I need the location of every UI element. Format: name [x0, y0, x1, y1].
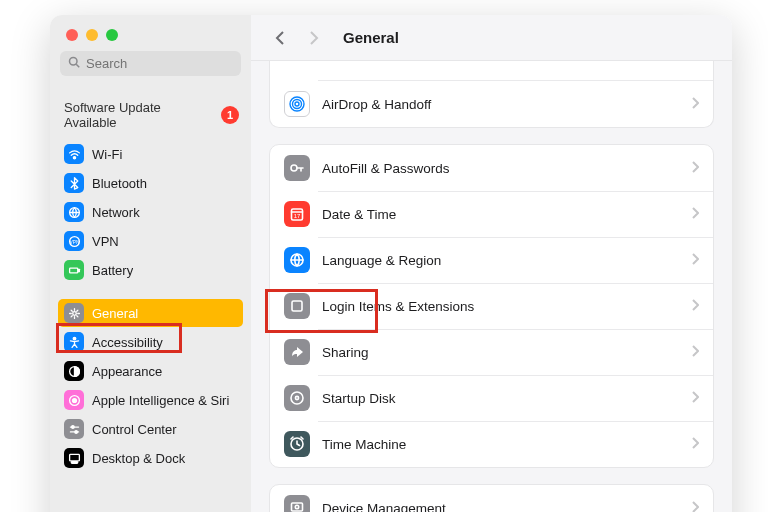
svg-point-22: [291, 165, 297, 171]
share-icon: [284, 339, 310, 365]
svg-point-29: [295, 396, 298, 399]
sidebar-item-control-center[interactable]: Control Center: [58, 415, 243, 443]
row-autofill-passwords[interactable]: AutoFill & Passwords: [270, 145, 713, 191]
settings-group: AutoFill & Passwords17Date & TimeLanguag…: [269, 144, 714, 468]
row-sharing[interactable]: Sharing: [270, 329, 713, 375]
topbar: General: [251, 15, 732, 61]
access-icon: [64, 332, 84, 352]
svg-point-16: [74, 430, 77, 433]
airdrop-icon: [284, 91, 310, 117]
chevron-right-icon: [691, 345, 699, 360]
traffic-lights: [50, 15, 251, 51]
sidebar-item-appearance[interactable]: Appearance: [58, 357, 243, 385]
svg-rect-27: [292, 301, 302, 311]
sidebar-item-label: Accessibility: [92, 335, 163, 350]
sidebar-item-desktop-dock[interactable]: Desktop & Dock: [58, 444, 243, 472]
svg-point-0: [70, 58, 78, 66]
sidebar-item-label: Battery: [92, 263, 133, 278]
search-field[interactable]: [60, 51, 241, 76]
svg-point-8: [72, 311, 76, 315]
settings-group: AirDrop & Handoff: [269, 61, 714, 128]
system-settings-window: Software Update Available 1 Wi-FiBluetoo…: [50, 15, 732, 512]
row-airdrop-handoff[interactable]: AirDrop & Handoff: [270, 81, 713, 127]
row-language-region[interactable]: Language & Region: [270, 237, 713, 283]
chevron-right-icon: [691, 207, 699, 222]
sidebar-item-label: Network: [92, 205, 140, 220]
row-label: Login Items & Extensions: [322, 299, 679, 314]
sidebar-item-general[interactable]: General: [58, 299, 243, 327]
row-date-time[interactable]: 17Date & Time: [270, 191, 713, 237]
globe-icon: [64, 202, 84, 222]
settings-group: Device Management: [269, 484, 714, 512]
minimize-window-button[interactable]: [86, 29, 98, 41]
dock-icon: [64, 448, 84, 468]
svg-point-28: [291, 392, 303, 404]
svg-line-1: [76, 64, 79, 67]
sidebar-item-accessibility[interactable]: Accessibility: [58, 328, 243, 356]
sidebar-item-bluetooth[interactable]: Bluetooth: [58, 169, 243, 197]
chevron-right-icon: [691, 253, 699, 268]
svg-rect-18: [71, 461, 78, 463]
sidebar-item-label: Apple Intelligence & Siri: [92, 393, 229, 408]
svg-point-9: [73, 337, 76, 340]
row-label: Startup Disk: [322, 391, 679, 406]
svg-point-12: [72, 398, 76, 402]
chevron-right-icon: [691, 97, 699, 112]
sliders-icon: [64, 419, 84, 439]
svg-point-14: [71, 425, 74, 428]
sidebar-item-label: Desktop & Dock: [92, 451, 185, 466]
vpn-icon: VPN: [64, 231, 84, 251]
update-badge: 1: [221, 106, 239, 124]
sidebar-list: Wi-FiBluetoothNetworkVPNVPNBatteryGenera…: [50, 140, 251, 492]
bluetooth-icon: [64, 173, 84, 193]
row-label: Device Management: [322, 501, 679, 513]
sidebar-item-vpn[interactable]: VPNVPN: [58, 227, 243, 255]
clock-icon: [284, 431, 310, 457]
content-area: AirDrop & HandoffAutoFill & Passwords17D…: [251, 61, 732, 512]
row-device-management[interactable]: Device Management: [270, 485, 713, 512]
svg-point-20: [293, 100, 302, 109]
disk-icon: [284, 385, 310, 411]
search-input[interactable]: [86, 56, 254, 71]
sidebar-item-label: Bluetooth: [92, 176, 147, 191]
zoom-window-button[interactable]: [106, 29, 118, 41]
sidebar-item-label: VPN: [92, 234, 119, 249]
gear-icon: [64, 303, 84, 323]
software-update-label: Software Update Available: [64, 100, 215, 130]
row-label: Date & Time: [322, 207, 679, 222]
key-icon: [284, 155, 310, 181]
mgmt-icon: [284, 495, 310, 512]
svg-point-2: [73, 156, 75, 158]
sidebar-item-label: Control Center: [92, 422, 177, 437]
chevron-right-icon: [691, 299, 699, 314]
software-update-row[interactable]: Software Update Available 1: [50, 82, 251, 140]
globe-icon: [284, 247, 310, 273]
search-container: [50, 51, 251, 82]
row-login-items-extensions[interactable]: Login Items & Extensions: [270, 283, 713, 329]
sidebar-item-label: Appearance: [92, 364, 162, 379]
sidebar: Software Update Available 1 Wi-FiBluetoo…: [50, 15, 251, 512]
battery-icon: [64, 260, 84, 280]
row-startup-disk[interactable]: Startup Disk: [270, 375, 713, 421]
close-window-button[interactable]: [66, 29, 78, 41]
wifi-icon: [64, 144, 84, 164]
sidebar-item-network[interactable]: Network: [58, 198, 243, 226]
sidebar-item-apple-intelligence-siri[interactable]: Apple Intelligence & Siri: [58, 386, 243, 414]
back-button[interactable]: [269, 27, 291, 49]
row-label: Time Machine: [322, 437, 679, 452]
page-title: General: [343, 29, 399, 46]
puzzle-icon: [284, 293, 310, 319]
sidebar-item-label: General: [92, 306, 138, 321]
sidebar-item-wi-fi[interactable]: Wi-Fi: [58, 140, 243, 168]
svg-point-19: [295, 102, 299, 106]
sidebar-item-battery[interactable]: Battery: [58, 256, 243, 284]
cal-icon: 17: [284, 201, 310, 227]
main-pane: General AirDrop & HandoffAutoFill & Pass…: [251, 15, 732, 512]
chevron-right-icon: [691, 437, 699, 452]
siri-icon: [64, 390, 84, 410]
row-time-machine[interactable]: Time Machine: [270, 421, 713, 467]
search-icon: [68, 56, 80, 71]
svg-text:VPN: VPN: [69, 239, 79, 244]
forward-button[interactable]: [303, 27, 325, 49]
chevron-right-icon: [691, 161, 699, 176]
